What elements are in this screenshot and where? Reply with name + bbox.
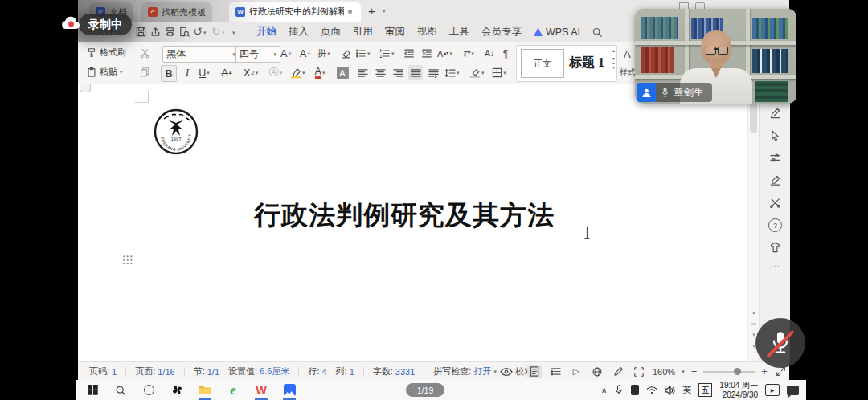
status-section[interactable]: 节:1/1: [194, 365, 219, 378]
zoom-out-button[interactable]: −: [691, 365, 698, 378]
underline-button[interactable]: U▾: [197, 65, 211, 80]
new-tab-button[interactable]: +: [368, 4, 375, 18]
align-left-button[interactable]: [355, 65, 370, 80]
align-center-button[interactable]: [373, 65, 387, 80]
new-style-button[interactable]: A: [624, 48, 631, 60]
outline-view-icon[interactable]: [548, 365, 563, 378]
styles-more-icon[interactable]: ▾: [612, 63, 615, 70]
file-explorer-icon[interactable]: [197, 380, 213, 400]
align-right-button[interactable]: [391, 65, 405, 80]
styles-up-icon[interactable]: ▴: [612, 47, 615, 53]
tray-device-icon[interactable]: [631, 385, 639, 395]
ime-indicator[interactable]: 五: [698, 383, 712, 397]
character-scale-button[interactable]: A▴▾▾: [437, 46, 452, 61]
tab-page[interactable]: 页面: [320, 22, 342, 41]
tab-member[interactable]: 会员专享: [481, 22, 522, 41]
ribbon-collapse-notch[interactable]: [80, 84, 91, 92]
cut-icon[interactable]: [139, 47, 150, 59]
save-button[interactable]: [134, 25, 148, 39]
zoom-in-button[interactable]: +: [761, 365, 768, 378]
wifi-icon[interactable]: [646, 386, 657, 394]
tab-tools[interactable]: 工具: [448, 22, 470, 41]
tools-icon[interactable]: [769, 197, 781, 209]
tab-docer-templates[interactable]: 找稻壳模板: [141, 2, 212, 22]
sign-pen-icon[interactable]: [769, 174, 781, 186]
paste-button[interactable]: 粘贴 ▾: [86, 66, 123, 78]
tab-list-chevron-icon[interactable]: ▾: [383, 8, 386, 14]
show-marks-button[interactable]: ¶: [498, 46, 513, 61]
tab-reference[interactable]: 引用: [352, 22, 374, 41]
search-icon[interactable]: [592, 27, 603, 38]
paragraph-drag-handle[interactable]: [122, 255, 133, 264]
numbering-button[interactable]: ▾: [379, 46, 395, 61]
share-button[interactable]: [149, 25, 162, 39]
edit-pencil-icon[interactable]: [611, 365, 625, 378]
document-page[interactable]: 1897 ZHEJIANG UNIVERSITY 行政法判例研究及其方法: [78, 84, 747, 361]
tab-review[interactable]: 审阅: [384, 22, 406, 41]
clear-format-button[interactable]: [339, 46, 354, 61]
status-line[interactable]: 行:4: [308, 365, 326, 378]
increase-indent-button[interactable]: [420, 46, 434, 61]
text-effects-button[interactable]: Ⓐ▾: [268, 65, 283, 80]
superscript-button[interactable]: X2▾: [244, 65, 258, 80]
taskbar-search-icon[interactable]: [113, 380, 129, 400]
pinwheel-app-icon[interactable]: [169, 380, 185, 400]
status-setting-value[interactable]: 设置值:6.6厘米: [228, 365, 289, 378]
cortana-icon[interactable]: [141, 380, 157, 400]
skin-theme-icon[interactable]: [769, 242, 781, 254]
more-tools-icon[interactable]: ⋯: [770, 261, 780, 272]
shading-button[interactable]: ▾: [469, 65, 485, 80]
zoom-slider[interactable]: [703, 371, 755, 373]
character-shading-button[interactable]: A: [335, 65, 350, 80]
tray-mic-icon[interactable]: [614, 385, 624, 395]
page-view-icon[interactable]: [527, 365, 542, 378]
play-presentation-icon[interactable]: ▷: [569, 365, 583, 378]
zoom-chevron-icon[interactable]: ▾: [682, 369, 685, 374]
italic-button[interactable]: I: [180, 65, 194, 80]
bullets-button[interactable]: ▾: [355, 46, 371, 61]
highlight-button[interactable]: ▾: [290, 65, 305, 80]
undo-button[interactable]: ↺: [193, 25, 203, 38]
zoom-slider-knob[interactable]: [734, 368, 741, 375]
zoom-level-value[interactable]: 160%: [653, 367, 675, 377]
settings-sliders-icon[interactable]: [769, 152, 781, 164]
status-column[interactable]: 列:1: [336, 365, 354, 378]
wps-ai-button[interactable]: WPS AI: [533, 24, 581, 40]
tab-active-document[interactable]: W 行政法研究中的判例解释.doc: [229, 2, 361, 22]
language-indicator[interactable]: 英: [682, 384, 691, 396]
status-page-count[interactable]: 页面:1/16: [135, 365, 174, 378]
document-title-text[interactable]: 行政法判例研究及其方法: [185, 198, 624, 234]
customize-toolbar-chevron-icon[interactable]: ▾: [232, 30, 235, 35]
web-view-icon[interactable]: [590, 365, 604, 378]
redo-chevron-icon[interactable]: ▾: [222, 30, 225, 35]
status-page-number[interactable]: 页码:1: [89, 365, 117, 378]
print-preview-button[interactable]: [178, 25, 191, 39]
clock[interactable]: 19:04 周一 2024/9/30: [719, 381, 758, 399]
text-direction-button[interactable]: ⇄▾: [461, 46, 476, 61]
format-painter-button[interactable]: 格式刷: [86, 47, 126, 59]
tab-home[interactable]: 开始: [256, 22, 277, 41]
windows-start-button[interactable]: [84, 380, 100, 400]
cursor-select-icon[interactable]: [769, 129, 781, 141]
decrease-indent-button[interactable]: [402, 46, 416, 61]
decrease-font-button[interactable]: A−: [298, 46, 313, 61]
annotate-pen-icon[interactable]: [769, 107, 781, 119]
meeting-app-icon[interactable]: [281, 380, 297, 400]
status-spellcheck[interactable]: 拼写检查:打开▾: [433, 365, 497, 378]
font-color-button[interactable]: A▾: [313, 65, 327, 80]
fit-page-icon[interactable]: [632, 365, 646, 378]
help-icon[interactable]: ?: [768, 218, 782, 232]
phonetic-guide-button[interactable]: 拼▾: [317, 46, 331, 61]
bold-button[interactable]: B: [161, 65, 177, 82]
wps-taskbar-icon[interactable]: W: [253, 380, 269, 400]
video-playback-tray-icon[interactable]: ▶: [765, 384, 780, 396]
tray-expand-chevron-icon[interactable]: ∧: [601, 386, 607, 394]
tab-view[interactable]: 视图: [416, 22, 438, 41]
increase-font-button[interactable]: A+: [279, 46, 293, 61]
vertical-scrollbar[interactable]: ▴▭▾▾: [747, 85, 760, 361]
undo-chevron-icon[interactable]: ▾: [203, 30, 207, 35]
style-normal[interactable]: 正文: [521, 49, 564, 78]
strikethrough-button[interactable]: A▾: [219, 65, 234, 80]
speaker-icon[interactable]: [665, 386, 675, 395]
tab-insert[interactable]: 插入: [288, 22, 309, 41]
